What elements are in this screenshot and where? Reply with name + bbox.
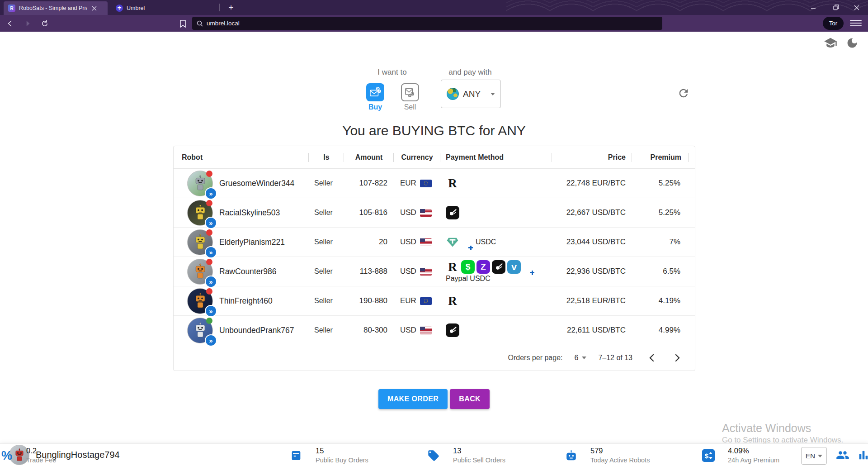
currency-value: ANY [463, 89, 481, 99]
pay-label: and pay with [436, 68, 504, 77]
chevron-down-icon [818, 455, 822, 457]
header-price[interactable]: Price [552, 153, 632, 162]
stat-value: 4.09% [728, 447, 779, 455]
page-range: 7–12 of 13 [598, 354, 632, 362]
restore-button[interactable] [826, 0, 845, 15]
header-currency[interactable]: Currency [394, 153, 440, 162]
order-price: 22,748 EUR/BTC [552, 179, 632, 188]
page-title: You are BUYING BTC for ANY [0, 123, 868, 138]
order-side: Seller [309, 297, 344, 305]
buy-label: Buy [368, 103, 382, 111]
order-price: 23,044 USD/BTC [552, 238, 632, 247]
language-value: EN [806, 452, 816, 460]
chevron-badge-icon: » [205, 187, 217, 200]
order-premium: 6.5% [632, 267, 689, 276]
robot-name: UnboundedPrank767 [219, 326, 294, 335]
robot-avatar: » [187, 171, 213, 196]
url-bar[interactable]: umbrel.local [192, 17, 662, 30]
community-icon[interactable] [835, 448, 850, 462]
learn-icon[interactable] [823, 35, 838, 51]
order-price: 22,518 EUR/BTC [552, 296, 632, 305]
order-price: 22,611 USD/BTC [552, 326, 632, 335]
tab-robosats[interactable]: R RoboSats - Simple and Private Bit [4, 1, 108, 15]
robot-name: GruesomeWinder344 [219, 179, 294, 188]
dark-mode-icon[interactable] [844, 35, 860, 51]
order-row[interactable]: » UnboundedPrank767 Seller 80-300 USD 22… [174, 316, 695, 345]
forward-icon[interactable] [21, 17, 34, 30]
sell-toggle-button[interactable] [401, 83, 419, 101]
payment-text: USDC [476, 238, 496, 246]
inbox-icon [289, 449, 303, 462]
header-is[interactable]: Is [309, 153, 344, 162]
close-tab-icon[interactable] [90, 5, 98, 12]
close-window-button[interactable] [847, 0, 866, 15]
minimize-button[interactable] [804, 0, 823, 15]
order-currency: EUR [394, 179, 440, 188]
search-icon [197, 20, 203, 27]
order-side: Seller [309, 179, 344, 187]
tab-umbrel[interactable]: ☂ Umbrel [111, 1, 179, 15]
payment-methods: R [440, 176, 552, 190]
tab-title: RoboSats - Simple and Private Bit [19, 5, 87, 11]
stat-item: 13 Public Sell Orders [427, 446, 505, 464]
payment-methods: R$Z v Paypal USDC [440, 260, 552, 283]
chevron-badge-icon: » [205, 246, 217, 258]
browser-tab-bar: R RoboSats - Simple and Private Bit ☂ Um… [0, 0, 868, 15]
currency-select[interactable]: ANY [441, 80, 501, 108]
robot-name: ThinFreight460 [219, 296, 273, 306]
order-side: Seller [309, 209, 344, 217]
header-payment-method[interactable]: Payment Method [440, 153, 552, 162]
buy-toggle-button[interactable] [366, 83, 384, 101]
order-price: 22,936 USD/BTC [552, 267, 632, 276]
bookmark-icon[interactable] [176, 17, 189, 30]
order-row[interactable]: » RawCounter986 Seller 113-888 USD R$Z v… [174, 257, 695, 286]
header-amount[interactable]: Amount [344, 153, 394, 162]
globe-icon [447, 88, 459, 100]
status-dot-icon [206, 229, 212, 236]
robot-name: ElderlyPianism221 [219, 238, 285, 247]
previous-page-icon[interactable] [644, 351, 659, 365]
payment-methods: R [440, 294, 552, 308]
reload-icon[interactable] [38, 17, 52, 30]
chevron-badge-icon: » [205, 305, 217, 317]
stat-item: $ 4.09% 24h Avg Premium [702, 446, 779, 464]
cashapp-icon: $ [461, 260, 475, 274]
robosats-favicon-icon: R [8, 5, 15, 12]
order-currency: EUR [394, 296, 440, 305]
robot-avatar: » [187, 288, 213, 314]
revolut-icon: R [446, 294, 459, 308]
tor-circuit-button[interactable]: Tor [823, 17, 844, 30]
new-tab-button[interactable]: + [225, 2, 237, 14]
order-side: Seller [309, 238, 344, 246]
next-page-icon[interactable] [670, 351, 685, 365]
stat-value: 15 [316, 447, 368, 455]
make-order-button[interactable]: MAKE ORDER [378, 389, 448, 409]
strike-icon [446, 323, 459, 337]
table-header-row: Robot Is Amount Currency Payment Method … [174, 146, 695, 169]
venmo-icon: v [507, 260, 521, 274]
back-icon[interactable] [4, 17, 17, 30]
order-row[interactable]: » ElderlyPianism221 Seller 20 USD USDC 2… [174, 228, 695, 257]
chevron-down-icon [491, 93, 495, 95]
back-button[interactable]: BACK [450, 389, 490, 409]
robot-avatar: » [187, 200, 213, 226]
order-premium: 4.99% [632, 326, 689, 335]
order-row[interactable]: » ThinFreight460 Seller 190-880 EUR R 22… [174, 286, 695, 316]
stat-item: 579 Today Active Robots [564, 446, 650, 464]
more-methods-icon [461, 236, 474, 248]
payment-methods [440, 206, 552, 219]
tab-divider [219, 4, 220, 11]
revolut-icon: R [446, 260, 459, 274]
more-methods-icon [523, 261, 535, 273]
order-row[interactable]: » GruesomeWinder344 Seller 107-822 EUR R… [174, 169, 695, 198]
order-premium: 7% [632, 238, 689, 247]
robot-avatar: » [187, 229, 213, 255]
order-row[interactable]: » RacialSkyline503 Seller 105-816 USD 22… [174, 198, 695, 228]
menu-icon[interactable] [850, 18, 862, 29]
page-size-select[interactable]: 6 [574, 354, 586, 362]
refresh-icon[interactable] [677, 87, 691, 100]
language-select[interactable]: EN [801, 447, 827, 465]
exchange-summary-icon[interactable] [856, 448, 868, 462]
header-premium[interactable]: Premium [632, 153, 689, 162]
header-robot[interactable]: Robot [174, 153, 309, 162]
